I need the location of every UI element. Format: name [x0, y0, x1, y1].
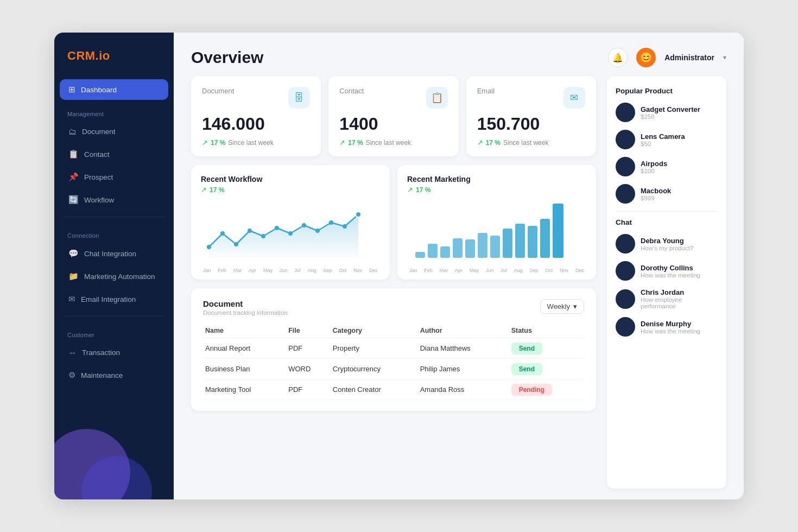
svg-rect-14 — [440, 246, 450, 258]
cell-status: Pending — [509, 379, 584, 400]
marketing-months: JanFebMarAprMayJun JulAugSepOctNovDec — [407, 268, 586, 273]
stat-card-document-header: Document 🗄 — [202, 87, 310, 109]
filter-chevron-icon: ▾ — [573, 302, 577, 311]
svg-rect-23 — [553, 204, 563, 258]
svg-point-0 — [207, 245, 211, 249]
sidebar-item-prospect[interactable]: 📌 Prospect — [60, 167, 168, 187]
table-card-sub: Document tracking information — [203, 309, 288, 316]
svg-point-2 — [234, 242, 238, 246]
cell-file: PDF — [286, 338, 331, 359]
svg-rect-12 — [415, 252, 425, 258]
chat-message: How was the meeting — [641, 328, 700, 334]
status-badge: Send — [511, 363, 542, 375]
body-grid: Document 🗄 146.000 ↗ 17 % Since last wee… — [174, 76, 744, 499]
product-avatar — [616, 157, 635, 176]
chat-item[interactable]: Dorothy Collins How was the meeting — [616, 261, 718, 281]
trend-up-icon-3: ↗ — [477, 138, 483, 147]
stat-card-email-label: Email — [477, 87, 495, 95]
svg-point-8 — [315, 229, 320, 233]
product-avatar — [616, 130, 635, 149]
svg-rect-21 — [528, 226, 537, 258]
table-filter-button[interactable]: Weekly ▾ — [540, 299, 584, 314]
table-row: Marketing Tool PDF Conten Creator Amanda… — [203, 379, 584, 400]
product-info: Airpods $100 — [641, 160, 667, 174]
svg-point-3 — [248, 229, 252, 233]
app-wrapper: CRM.io ⊞ Dashboard Management 🗂 Document… — [54, 33, 744, 499]
chat-item[interactable]: Chris Jordan How employee performance — [616, 288, 718, 309]
svg-point-5 — [275, 226, 279, 230]
stat-card-contact-trend: ↗ 17 % Since last week — [339, 138, 447, 147]
cell-category: Property — [331, 338, 418, 359]
col-file: File — [286, 324, 331, 338]
notification-bell[interactable]: 🔔 — [608, 48, 628, 67]
body-right: Popular Product Gadget Converter $250 Le… — [607, 76, 726, 489]
workflow-trend-icon: ↗ — [201, 186, 207, 194]
chat-list: Debra Young How's my product? Dorothy Co… — [616, 234, 718, 337]
product-name: Lens Camera — [641, 132, 685, 141]
sidebar-item-marketing[interactable]: 📁 Marketing Automation — [60, 266, 168, 287]
chat-message: How was the meeting — [641, 272, 700, 278]
sidebar-item-chat[interactable]: 💬 Chat Integration — [60, 243, 168, 264]
table-card-title: Document — [203, 299, 288, 308]
product-price: $999 — [641, 195, 671, 201]
svg-rect-19 — [503, 229, 512, 258]
sidebar-item-document[interactable]: 🗂 Document — [60, 122, 168, 142]
cell-name: Business Plan — [203, 359, 286, 379]
cell-author: Amanda Ross — [418, 379, 509, 400]
chat-name: Dorothy Collins — [641, 264, 700, 272]
marketing-bar-svg — [407, 198, 586, 263]
chat-name: Debra Young — [641, 237, 693, 245]
document-table: Name File Category Author Status Annual … — [203, 324, 584, 400]
workflow-trend-pct: 17 % — [210, 186, 224, 194]
workflow-chart-title: Recent Workflow — [201, 175, 380, 183]
stat-card-contact-value: 1400 — [339, 114, 447, 134]
table-head: Name File Category Author Status — [203, 324, 584, 338]
trend-pct-2: 17 % — [348, 139, 363, 147]
product-item[interactable]: Gadget Converter $250 — [616, 103, 718, 122]
sidebar-item-email[interactable]: ✉ Email Integration — [60, 289, 168, 309]
status-badge: Send — [511, 343, 542, 354]
chat-info: Dorothy Collins How was the meeting — [641, 264, 700, 278]
popular-product-title: Popular Product — [616, 87, 718, 95]
chat-info: Chris Jordan How employee performance — [641, 288, 718, 309]
product-name: Gadget Converter — [641, 105, 700, 113]
trend-up-icon-2: ↗ — [339, 138, 345, 147]
sidebar-item-transaction[interactable]: ↔ Transaction — [60, 343, 168, 363]
chat-item[interactable]: Debra Young How's my product? — [616, 234, 718, 254]
user-name[interactable]: Administrator — [664, 53, 714, 62]
chat-name: Denise Murphy — [641, 320, 700, 328]
sidebar-item-dashboard[interactable]: ⊞ Dashboard — [60, 79, 168, 100]
sidebar-item-workflow[interactable]: 🔄 Workflow — [60, 189, 168, 210]
stat-card-document-trend: ↗ 17 % Since last week — [202, 138, 310, 147]
stat-card-document-value: 146.000 — [202, 114, 310, 134]
right-panel: Popular Product Gadget Converter $250 Le… — [607, 76, 726, 489]
svg-point-7 — [302, 223, 306, 227]
stat-card-email: Email ✉ 150.700 ↗ 17 % Since last week — [466, 76, 596, 156]
sidebar-item-maintenance[interactable]: ⚙ Maintenance — [60, 365, 168, 385]
workflow-icon: 🔄 — [68, 195, 79, 205]
user-chevron-icon[interactable]: ▾ — [723, 54, 726, 61]
stat-card-document: Document 🗄 146.000 ↗ 17 % Since last wee… — [191, 76, 321, 156]
col-author: Author — [418, 324, 509, 338]
stat-card-contact: Contact 📋 1400 ↗ 17 % Since last week — [328, 76, 458, 156]
product-info: Macbook $999 — [641, 187, 671, 201]
stat-card-contact-header: Contact 📋 — [339, 87, 447, 109]
user-avatar: 😊 — [636, 48, 656, 67]
product-info: Lens Camera $50 — [641, 132, 685, 147]
product-item[interactable]: Macbook $999 — [616, 184, 718, 204]
product-item[interactable]: Airpods $100 — [616, 157, 718, 176]
stat-card-document-icon: 🗄 — [288, 87, 310, 109]
chat-info: Denise Murphy How was the meeting — [641, 320, 700, 334]
chat-avatar — [616, 289, 635, 309]
chat-item[interactable]: Denise Murphy How was the meeting — [616, 317, 718, 337]
product-item[interactable]: Lens Camera $50 — [616, 130, 718, 149]
page-title: Overview — [191, 48, 263, 67]
trend-up-icon: ↗ — [202, 138, 208, 147]
cell-status: Send — [509, 359, 584, 379]
maintenance-icon: ⚙ — [68, 370, 75, 380]
chat-name: Chris Jordan — [641, 288, 718, 296]
chart-row: Recent Workflow ↗ 17 % — [191, 165, 596, 280]
right-divider — [616, 211, 718, 212]
sidebar-item-contact[interactable]: 📋 Contact — [60, 144, 168, 164]
cell-author: Diana Matthews — [418, 338, 509, 359]
